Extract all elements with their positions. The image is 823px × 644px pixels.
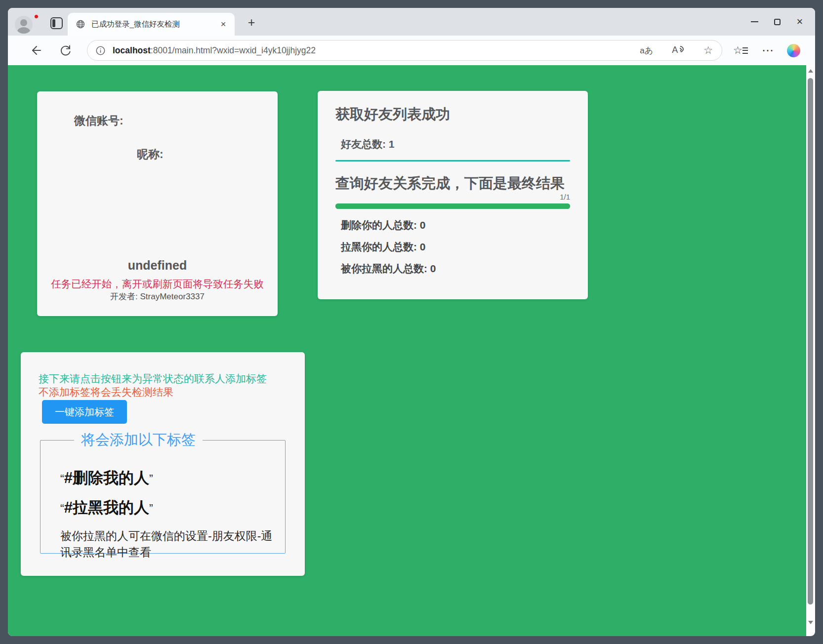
close-button[interactable]: × bbox=[788, 12, 811, 32]
page-info-icon[interactable] bbox=[95, 45, 106, 56]
url-path: :8001/main.html?wxid=wxid_i4yk10jjhjyg22 bbox=[151, 45, 316, 55]
browser-window: 已成功登录_微信好友检测 × + × loc bbox=[8, 8, 815, 636]
maximize-button[interactable] bbox=[766, 12, 788, 32]
window-controls: × bbox=[743, 8, 811, 36]
scroll-up-icon[interactable] bbox=[808, 69, 813, 73]
favorites-collections-icon[interactable]: ☆ bbox=[733, 44, 749, 57]
result-card: 获取好友列表成功 好友总数: 1 查询好友关系完成，下面是最终结果 1/1 删除… bbox=[318, 91, 588, 299]
notification-dot-icon bbox=[34, 14, 39, 19]
progress-bar bbox=[335, 203, 570, 209]
tag-item-delete: “#删除我的人” bbox=[60, 468, 275, 488]
friend-total-text: 好友总数: 1 bbox=[341, 137, 395, 151]
you-blocked-total-text: 被你拉黑的人总数: 0 bbox=[341, 262, 436, 276]
read-aloud-icon[interactable]: A bbox=[672, 45, 685, 56]
blocked-you-total-text: 拉黑你的人总数: 0 bbox=[341, 240, 426, 254]
account-card: 微信账号: 昵称: undefined 任务已经开始，离开或刷新页面将导致任务失… bbox=[37, 91, 278, 316]
scroll-down-icon[interactable] bbox=[808, 621, 813, 624]
wechat-account-label: 微信账号: bbox=[74, 113, 123, 128]
url-host: localhost bbox=[113, 45, 151, 55]
more-options-icon[interactable]: ⋯ bbox=[762, 43, 774, 57]
favorite-star-icon[interactable]: ☆ bbox=[703, 44, 713, 56]
scrollbar-thumb[interactable] bbox=[808, 78, 813, 604]
tags-legend: 将会添加以下标签 bbox=[74, 430, 203, 450]
back-button[interactable] bbox=[28, 42, 43, 58]
tag-warning-text: 不添加标签将会丢失检测结果 bbox=[39, 385, 173, 399]
close-icon: × bbox=[797, 16, 803, 27]
refresh-button[interactable] bbox=[57, 42, 73, 58]
add-tags-button[interactable]: 一键添加标签 bbox=[42, 400, 127, 424]
developer-credit: 开发者: StrayMeteor3337 bbox=[37, 291, 278, 302]
teal-divider bbox=[335, 160, 570, 161]
minimize-button[interactable] bbox=[743, 12, 766, 32]
address-bar[interactable]: localhost:8001/main.html?wxid=wxid_i4yk1… bbox=[87, 40, 722, 61]
workspaces-icon[interactable] bbox=[50, 17, 63, 29]
query-done-title: 查询好友关系完成，下面是最终结果 bbox=[335, 174, 565, 194]
copilot-icon[interactable] bbox=[787, 44, 800, 57]
browser-tab[interactable]: 已成功登录_微信好友检测 × bbox=[68, 13, 235, 36]
fetch-success-title: 获取好友列表成功 bbox=[335, 105, 450, 124]
nickname-label: 昵称: bbox=[137, 147, 164, 162]
page-content: 微信账号: 昵称: undefined 任务已经开始，离开或刷新页面将导致任务失… bbox=[8, 65, 815, 636]
minimize-icon bbox=[751, 21, 758, 22]
progress-counter: 1/1 bbox=[560, 193, 570, 201]
avatar-person-icon bbox=[20, 19, 27, 26]
tag-item-block: “#拉黑我的人” bbox=[60, 497, 275, 518]
tags-fieldset: 将会添加以下标签 “#删除我的人” “#拉黑我的人” 被你拉黑的人可在微信的设置… bbox=[40, 430, 286, 554]
task-warning-text: 任务已经开始，离开或刷新页面将导致任务失败 bbox=[37, 277, 278, 291]
profile-avatar[interactable] bbox=[15, 16, 33, 34]
tab-close-icon[interactable]: × bbox=[217, 18, 230, 31]
tag-card: 接下来请点击按钮来为异常状态的联系人添加标签 不添加标签将会丢失检测结果 一键添… bbox=[21, 352, 305, 576]
page-scrollbar[interactable] bbox=[806, 65, 815, 636]
globe-favicon-icon bbox=[76, 19, 85, 29]
url-text[interactable]: localhost:8001/main.html?wxid=wxid_i4yk1… bbox=[113, 45, 621, 56]
deleted-total-text: 删除你的人总数: 0 bbox=[341, 218, 426, 232]
translate-icon[interactable]: aあ bbox=[640, 45, 653, 56]
undefined-text: undefined bbox=[37, 258, 278, 273]
tab-title: 已成功登录_微信好友检测 bbox=[91, 19, 217, 30]
browser-toolbar: localhost:8001/main.html?wxid=wxid_i4yk1… bbox=[8, 36, 815, 65]
blacklist-note-text: 被你拉黑的人可在微信的设置-朋友权限-通讯录黑名单中查看 bbox=[60, 528, 274, 561]
maximize-icon bbox=[774, 19, 781, 25]
progress-bar-fill bbox=[335, 203, 570, 209]
tag-instruction-text: 接下来请点击按钮来为异常状态的联系人添加标签 bbox=[39, 372, 267, 386]
new-tab-button[interactable]: + bbox=[244, 15, 259, 30]
tab-strip: 已成功登录_微信好友检测 × + × bbox=[8, 8, 815, 36]
